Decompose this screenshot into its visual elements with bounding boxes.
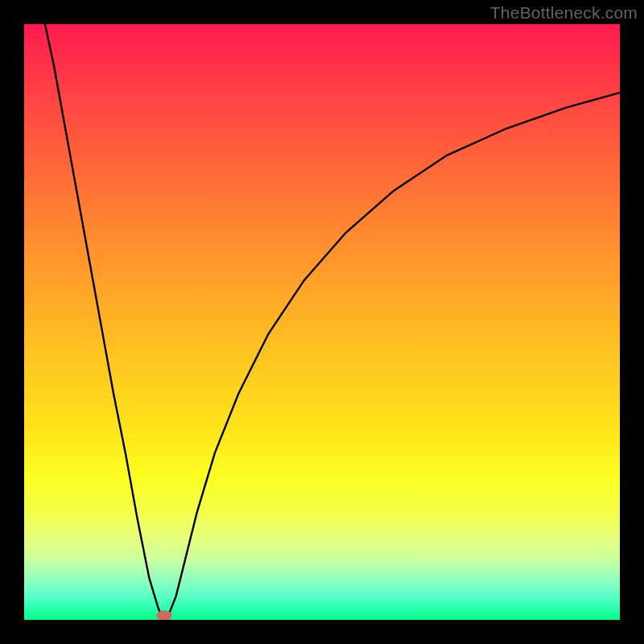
curve-right-branch <box>167 93 620 618</box>
watermark-text: TheBottleneck.com <box>490 3 638 23</box>
curve-left-branch <box>45 24 163 619</box>
curve-svg <box>24 24 620 620</box>
plot-area <box>24 24 620 620</box>
chart-frame: TheBottleneck.com <box>0 0 644 644</box>
